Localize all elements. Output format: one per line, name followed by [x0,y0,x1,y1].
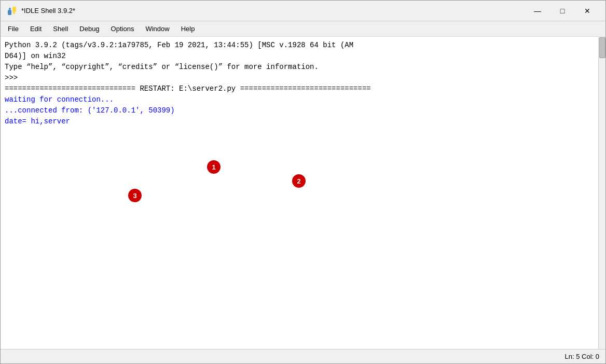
menu-debug[interactable]: Debug [74,23,104,35]
prompt-line: >>> [5,73,601,83]
vertical-scrollbar[interactable] [598,37,605,349]
svg-point-2 [9,8,11,10]
status-bar: Ln: 5 Col: 0 [1,349,605,363]
menu-shell[interactable]: Shell [48,23,73,35]
menu-help[interactable]: Help [176,23,200,35]
output-connected: ...connected from: ('127.0.0.1', 50399) [5,105,601,116]
window-controls: — □ ✕ [526,3,599,19]
python-version-line2: D64)] on win32 [5,51,601,62]
svg-rect-1 [12,7,16,12]
idle-window: *IDLE Shell 3.9.2* — □ ✕ File Edit Shell… [0,0,606,364]
window-title: *IDLE Shell 3.9.2* [21,7,526,15]
maximize-button[interactable]: □ [550,3,574,19]
shell-content[interactable]: Python 3.9.2 (tags/v3.9.2:1a79785, Feb 1… [1,37,605,349]
python-help-line: Type “help”, “copyright”, “credits” or “… [5,62,601,73]
output-date: date= hi,server [5,116,601,127]
annotation-badge-2: 2 [292,174,306,188]
annotation-badge-3: 3 [128,189,142,202]
menu-window[interactable]: Window [140,23,174,35]
svg-rect-0 [8,10,11,15]
minimize-button[interactable]: — [526,3,549,19]
svg-point-3 [13,12,15,14]
menu-file[interactable]: File [3,23,24,35]
annotation-badge-1: 1 [207,160,221,174]
app-icon [7,6,17,16]
close-button[interactable]: ✕ [575,3,599,19]
menu-options[interactable]: Options [106,23,140,35]
menu-edit[interactable]: Edit [25,23,47,35]
title-bar: *IDLE Shell 3.9.2* — □ ✕ [1,1,605,21]
python-version-line1: Python 3.9.2 (tags/v3.9.2:1a79785, Feb 1… [5,40,601,51]
output-waiting: waiting for connection... [5,94,601,105]
cursor-position: Ln: 5 Col: 0 [565,353,600,360]
menu-bar: File Edit Shell Debug Options Window Hel… [1,21,605,37]
restart-line: ============================== RESTART: … [5,83,601,94]
scrollbar-thumb[interactable] [599,37,605,58]
